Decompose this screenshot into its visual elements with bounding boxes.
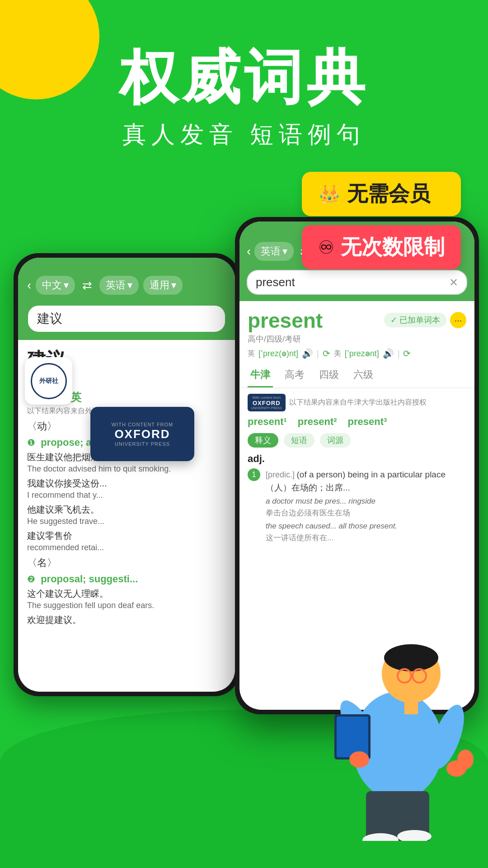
front-lang-from[interactable]: 英语 ▾ [254,242,294,261]
example-en-1: The doctor advised him to quit smoking. [27,464,226,474]
oxford-source-row: With content from OXFORD UNIVERSITY PRES… [248,394,466,411]
def-en-1: (of a person) being in a particular plac… [296,470,446,479]
waiyanshe-text: 外研社 [39,377,58,385]
no-member-badge[interactable]: 👑 无需会员 [302,172,461,216]
us-flag-label: 美 [334,349,341,359]
sense-num-1: 1 [248,468,260,481]
oxford-line2: OXFORD [114,427,170,441]
more-button[interactable]: ··· [450,312,466,328]
word-main: present [248,308,323,333]
oxford-mini-logo: With content from OXFORD UNIVERSITY PRES… [248,394,286,411]
front-search-input[interactable]: present ✕ [247,270,467,295]
added-badge[interactable]: ✓ 已加单词本 [384,313,446,327]
tab-cet6[interactable]: 六级 [351,363,376,387]
us-audio-icon[interactable]: 🔊 [383,348,394,359]
uk-pron-text: [ˈprez(ə)nt] [258,349,298,359]
waiyanshe-logo: 外研社 [25,357,72,405]
example-trans-2: 这一讲话使所有在... [266,533,446,543]
example-en-2: I recommend that y... [27,491,226,500]
def-cn-1: （人）在场的；出席... [266,481,446,495]
variant-1[interactable]: present¹ [248,416,287,428]
pronunciation-row: 英 [ˈprez(ə)nt] 🔊 | ⟳ 美 [ˈprezənt] 🔊 | ⟳ [239,348,474,363]
front-search-area: present ✕ [239,266,474,301]
variant-2[interactable]: present² [298,416,337,428]
title-section: 权威词典 真人发音 短语例句 [0,45,488,151]
crown-icon: 👑 [318,184,341,205]
example-cn-2: 我建议你接受这份... [27,477,226,490]
sense-tags: 释义 短语 词源 [248,433,466,448]
example-trans-1: 拳击台边必须有医生在场 [266,508,446,518]
us-loop-icon[interactable]: ⟳ [403,348,411,359]
no-limit-badge[interactable]: ♾ 无次数限制 [302,225,461,269]
svg-point-2 [384,644,438,671]
tab-gaokao[interactable]: 高考 [282,363,307,387]
dict-body: With content from OXFORD UNIVERSITY PRES… [239,388,474,554]
def2: proposal; suggesti... [41,573,138,585]
tab-cet4[interactable]: 四级 [316,363,342,387]
example-italic-1: a doctor must be pres... ringside [266,497,446,506]
character-illustration [307,592,488,841]
svg-rect-6 [404,701,418,714]
front-back-button[interactable]: ‹ [247,244,251,259]
us-pron-text: [ˈprezənt] [345,349,379,359]
pos-adj: adj. [248,453,466,465]
phone-back: ‹ 中文 ▾ ⇄ 英语 ▾ 通用 ▾ 建议 [14,253,239,696]
source-note: 以下结果内容来自牛津大学出版社内容授权 [289,398,427,407]
no-member-text: 无需会员 [347,180,430,208]
infinity-icon: ♾ [318,237,334,258]
no-limit-text: 无次数限制 [341,233,445,261]
uk-audio-icon[interactable]: 🔊 [302,348,313,359]
swap-icon[interactable]: ⇄ [82,278,92,292]
example-en-4: recommended retai... [27,543,226,552]
oxford-logo-box: With content from OXFORD UNIVERSITY PRES… [90,407,194,461]
svg-point-18 [457,750,474,769]
back-nav: ‹ 中文 ▾ ⇄ 英语 ▾ 通用 ▾ [18,258,235,300]
example-en-5: The suggestion fell upon deaf ears. [27,601,226,610]
oxford-line1: With content from [112,422,174,427]
word-header: present 高中/四级/考研 ✓ 已加单词本 ··· [239,301,474,348]
subtitle: 真人发音 短语例句 [0,119,488,151]
mode-selector[interactable]: 通用 ▾ [143,276,183,295]
tag-etymology[interactable]: 词源 [320,433,351,448]
example-en-3: He suggested trave... [27,517,226,526]
variant-3[interactable]: present³ [348,416,387,428]
example-cn-5: 这个建议无人理睬。 [27,588,226,600]
phone-back-screen: ‹ 中文 ▾ ⇄ 英语 ▾ 通用 ▾ 建议 [18,258,235,692]
entry-num-1: ❶ [27,438,35,448]
clear-button[interactable]: ✕ [449,276,458,289]
search-bar-container: 建议 [18,300,235,340]
back-button[interactable]: ‹ [27,278,31,292]
waiyanshe-inner: 外研社 [31,363,67,399]
pos2: 〈名〉 [27,556,226,570]
example-cn-4: 建议零售价 [27,530,226,542]
oxford-line3: UNIVERSITY PRESS [115,441,170,447]
svg-point-11 [349,751,369,768]
dict-tabs: 牛津 高考 四级 六级 [239,363,474,388]
word-variants: present¹ present² present³ [248,416,466,428]
uk-flag-label: 英 [248,349,255,359]
main-title: 权威词典 [0,45,488,110]
badges-container: 👑 无需会员 ♾ 无次数限制 [302,172,461,269]
tag-meaning[interactable]: 释义 [248,433,278,448]
svg-rect-10 [337,717,368,757]
tag-phrase[interactable]: 短语 [284,433,314,448]
entry-num-2: ❷ [27,574,35,584]
uk-loop-icon[interactable]: ⟳ [323,348,330,359]
example-cn-3: 他建议乘飞机去。 [27,504,226,516]
footer-example: 欢迎提建议。 [27,614,226,626]
word-level: 高中/四级/考研 [248,334,323,344]
lang-from-selector[interactable]: 中文 ▾ [36,276,75,295]
example-italic-2: the speech caused... all those present. [266,522,446,531]
sense-1: 1 [predic.] (of a person) being in a par… [248,468,466,547]
search-input-back[interactable]: 建议 [27,305,226,333]
predic-bracket: [predic.] [266,470,295,479]
lang-to-selector[interactable]: 英语 ▾ [99,276,139,295]
tab-oxford[interactable]: 牛津 [248,363,273,387]
